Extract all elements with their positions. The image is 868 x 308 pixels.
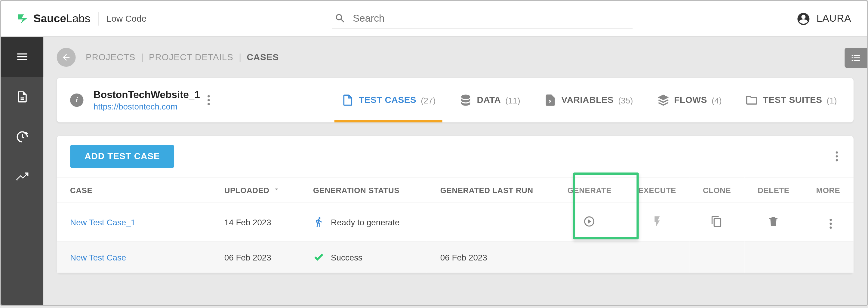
tab-count: (1) — [827, 95, 837, 105]
tab-flows[interactable]: FLOWS (4) — [653, 88, 725, 112]
tab-label: FLOWS — [674, 95, 707, 105]
breadcrumb-separator: | — [141, 52, 144, 62]
left-sidebar — [1, 37, 43, 305]
sidebar-item-schedule[interactable] — [1, 117, 43, 157]
list-view-toggle[interactable] — [844, 48, 867, 68]
file-icon — [341, 94, 354, 107]
case-name-link[interactable]: New Test Case — [70, 252, 126, 262]
tab-label: TEST CASES — [359, 95, 416, 105]
case-name-link[interactable]: New Test Case_1 — [70, 217, 135, 226]
cell-execute — [625, 203, 690, 241]
user-name: LAURA — [816, 13, 851, 25]
col-generate: GENERATE — [554, 177, 625, 203]
cell-generate — [554, 203, 625, 241]
sidebar-menu-toggle[interactable] — [1, 37, 43, 77]
cases-panel: ADD TEST CASE CASE UPLOADED GENERATION S… — [57, 136, 854, 273]
project-tabs: TEST CASES (27) DATA (11) VARIABLES (35) — [338, 88, 840, 112]
col-generated-last-run[interactable]: GENERATED LAST RUN — [427, 177, 554, 203]
brand-logo[interactable]: SauceLabs — [17, 12, 91, 25]
breadcrumb-separator: | — [239, 52, 241, 62]
checkmark-icon — [313, 251, 324, 263]
brand-text: SauceLabs — [33, 12, 90, 25]
saucelabs-logo-icon — [17, 12, 29, 25]
breadcrumb-cases: CASES — [247, 52, 279, 62]
top-header: SauceLabs Low Code LAURA — [1, 1, 867, 37]
col-uploaded[interactable]: UPLOADED — [211, 177, 300, 203]
breadcrumb-project-details[interactable]: PROJECT DETAILS — [149, 52, 234, 62]
divider — [98, 12, 99, 25]
col-case[interactable]: CASE — [57, 177, 211, 203]
search-icon — [335, 12, 346, 25]
tab-count: (4) — [712, 95, 722, 105]
folder-icon — [745, 94, 758, 107]
col-clone: CLONE — [690, 177, 744, 203]
document-icon — [16, 90, 29, 103]
project-menu-button[interactable] — [206, 93, 212, 107]
project-url[interactable]: https://bostontech.com — [94, 102, 200, 111]
product-name: Low Code — [106, 13, 147, 24]
cell-more — [803, 203, 854, 241]
tab-label: VARIABLES — [561, 95, 614, 105]
project-title: BostonTechWebsite_1 — [94, 89, 200, 101]
breadcrumb-projects[interactable]: PROJECTS — [86, 52, 135, 62]
sidebar-item-analytics[interactable] — [1, 157, 43, 197]
arrow-left-icon — [61, 52, 71, 62]
clock-plus-icon — [16, 130, 29, 144]
sidebar-item-projects[interactable] — [1, 77, 43, 117]
row-menu-button[interactable] — [828, 217, 834, 231]
tab-count: (35) — [618, 95, 633, 105]
cell-uploaded: 06 Feb 2023 — [211, 241, 300, 273]
tab-count: (27) — [421, 95, 435, 105]
main-content: PROJECTS | PROJECT DETAILS | CASES i Bos… — [43, 37, 867, 305]
hamburger-icon — [16, 50, 29, 63]
tab-label: TEST SUITES — [763, 95, 822, 105]
back-button[interactable] — [57, 48, 76, 67]
user-avatar-icon — [797, 11, 811, 26]
table-row: New Test Case_1 14 Feb 2023 Ready to gen… — [57, 203, 854, 241]
search-field[interactable] — [332, 9, 633, 29]
code-file-icon — [544, 94, 557, 107]
info-icon[interactable]: i — [70, 94, 83, 107]
cell-uploaded: 14 Feb 2023 — [211, 203, 300, 241]
database-icon — [459, 94, 472, 107]
copy-icon[interactable] — [711, 215, 723, 227]
cases-table: CASE UPLOADED GENERATION STATUS GENERATE… — [57, 177, 854, 273]
bolt-icon[interactable] — [651, 215, 663, 227]
chevron-down-icon — [273, 185, 281, 193]
col-delete: DELETE — [744, 177, 803, 203]
trash-icon[interactable] — [768, 215, 780, 227]
trend-icon — [16, 170, 29, 183]
cell-clone — [690, 203, 744, 241]
project-info-card: i BostonTechWebsite_1 https://bostontech… — [57, 78, 854, 122]
tab-test-cases[interactable]: TEST CASES (27) — [338, 88, 439, 112]
cases-panel-menu-button[interactable] — [833, 149, 840, 164]
col-more: MORE — [803, 177, 854, 203]
cell-status: Success — [300, 241, 427, 273]
table-row: New Test Case 06 Feb 2023 Success 06 Feb… — [57, 241, 854, 273]
layers-icon — [656, 94, 670, 107]
play-circle-icon[interactable] — [584, 215, 596, 227]
user-menu[interactable]: LAURA — [797, 11, 851, 26]
cell-last-run — [427, 203, 554, 241]
breadcrumb-row: PROJECTS | PROJECT DETAILS | CASES — [43, 37, 867, 78]
add-test-case-button[interactable]: ADD TEST CASE — [70, 145, 175, 168]
tab-data[interactable]: DATA (11) — [456, 88, 524, 112]
running-person-icon — [313, 217, 324, 228]
cell-status: Ready to generate — [300, 203, 427, 241]
list-icon — [850, 52, 862, 64]
col-execute: EXECUTE — [625, 177, 690, 203]
search-input[interactable] — [353, 12, 631, 24]
col-generation-status[interactable]: GENERATION STATUS — [300, 177, 427, 203]
tab-label: DATA — [477, 95, 501, 105]
tab-variables[interactable]: VARIABLES (35) — [540, 88, 636, 112]
cell-last-run: 06 Feb 2023 — [427, 241, 554, 273]
tab-count: (11) — [505, 95, 520, 105]
cell-delete — [744, 203, 803, 241]
tab-test-suites[interactable]: TEST SUITES (1) — [742, 88, 840, 112]
